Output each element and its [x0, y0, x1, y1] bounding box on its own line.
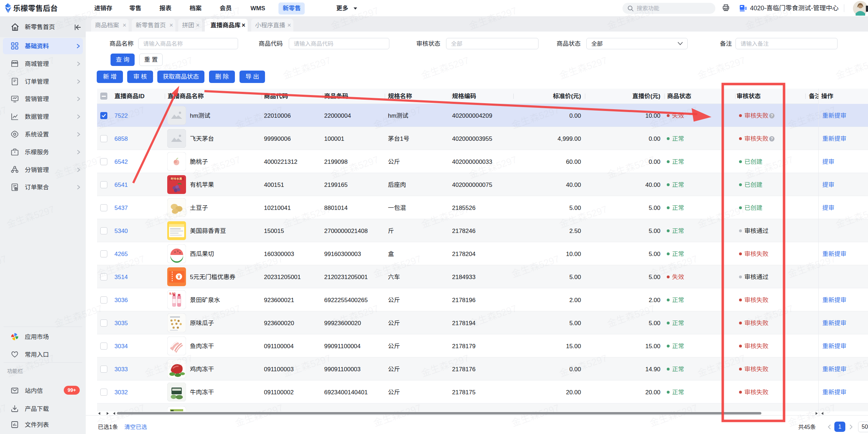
svg-text:¥: ¥ [177, 274, 180, 279]
svg-text:时令水果: 时令水果 [171, 177, 182, 180]
